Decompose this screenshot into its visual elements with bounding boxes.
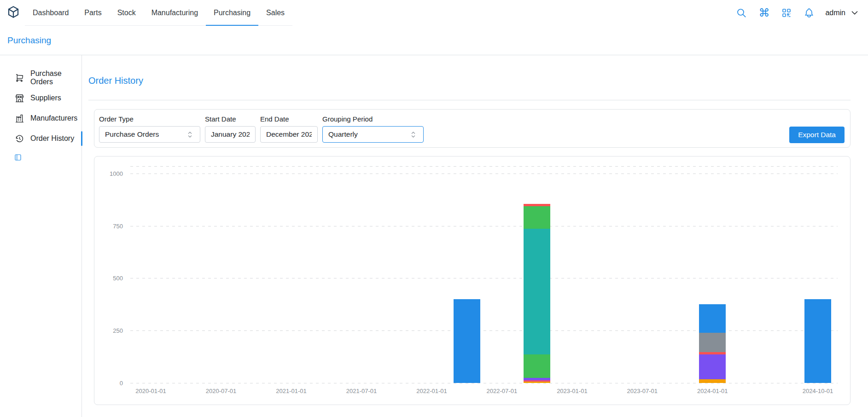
y-axis-label: 500 — [98, 275, 123, 282]
start-date-label: Start Date — [205, 115, 256, 123]
tab-purchasing[interactable]: Purchasing — [206, 0, 258, 25]
app-logo[interactable] — [6, 0, 20, 26]
command-palette-icon[interactable]: ⌘ — [757, 6, 770, 19]
bar-segment — [454, 299, 480, 383]
y-gridline-top — [130, 166, 838, 167]
collapse-sidebar-icon[interactable] — [14, 153, 23, 162]
x-axis-label: 2020-01-01 — [135, 388, 166, 394]
x-axis-label: 2023-07-01 — [627, 388, 658, 394]
chart-bar-2024-01-01 — [699, 304, 726, 383]
tab-sales[interactable]: Sales — [258, 0, 292, 25]
chart-bar-2022-10-01 — [524, 204, 550, 383]
search-icon[interactable] — [735, 6, 748, 19]
breadcrumb-purchasing[interactable]: Purchasing — [7, 35, 51, 46]
y-axis-label: 250 — [98, 327, 123, 334]
order-history-chart-card: 025050075010002020-01-012020-07-012021-0… — [94, 156, 851, 405]
y-axis-label: 1000 — [98, 170, 123, 177]
section-divider — [88, 100, 851, 100]
inventree-box-logo-icon — [6, 5, 20, 21]
y-axis-label: 0 — [98, 380, 123, 387]
building-store-icon — [15, 93, 24, 103]
sidebar-item-purchase-orders[interactable]: Purchase Orders — [0, 68, 82, 88]
top-navbar: Dashboard Parts Stock Manufacturing Purc… — [0, 0, 868, 26]
y-gridline — [130, 330, 838, 331]
bar-segment — [804, 299, 831, 383]
x-axis-label: 2021-07-01 — [346, 388, 377, 394]
y-gridline — [130, 174, 838, 174]
bar-segment — [524, 382, 550, 383]
page-header-bar: Purchasing — [0, 26, 868, 55]
x-axis-label: 2024-10-01 — [803, 388, 833, 394]
purchasing-sidebar: Purchase Orders Suppliers Manufacturer — [0, 55, 82, 417]
bar-segment — [524, 229, 550, 354]
sidebar-item-label: Manufacturers — [30, 114, 77, 122]
sidebar-item-manufacturers[interactable]: Manufacturers — [0, 108, 82, 128]
bar-segment — [699, 333, 726, 352]
start-date-field: Start Date — [205, 115, 256, 143]
x-axis-label: 2020-07-01 — [206, 388, 237, 394]
x-axis-label: 2021-01-01 — [276, 388, 307, 394]
x-axis-label: 2023-01-01 — [557, 388, 588, 394]
chart-bar-2022-04-01 — [454, 299, 480, 383]
filter-toolbar: Order Type Purchase Orders Start Date En… — [94, 109, 851, 148]
chevron-down-icon — [850, 8, 860, 18]
qr-code-scan-icon[interactable] — [780, 6, 793, 19]
sidebar-item-label: Order History — [30, 134, 74, 143]
y-axis-label: 750 — [98, 222, 123, 229]
chevron-selector-icon — [186, 130, 194, 139]
notifications-bell-icon[interactable] — [803, 6, 816, 19]
order-history-panel: Order History Order Type Purchase Orders… — [82, 55, 868, 417]
tab-dashboard[interactable]: Dashboard — [25, 0, 76, 25]
username: admin — [825, 9, 845, 17]
end-date-input[interactable] — [260, 126, 318, 143]
y-gridline — [130, 383, 838, 383]
bar-segment — [524, 354, 550, 378]
chart-plot: 025050075010002020-01-012020-07-012021-0… — [130, 166, 838, 383]
x-axis-label: 2024-01-01 — [697, 388, 728, 394]
tab-parts[interactable]: Parts — [76, 0, 109, 25]
sidebar-item-label: Purchase Orders — [30, 70, 82, 86]
start-date-input[interactable] — [205, 126, 256, 143]
x-axis-label: 2022-01-01 — [416, 388, 447, 394]
bar-segment — [524, 206, 550, 229]
grouping-period-field: Grouping Period Quarterly — [322, 115, 424, 143]
grouping-period-select[interactable]: Quarterly — [322, 126, 424, 143]
sidebar-item-label: Suppliers — [30, 94, 61, 102]
order-type-select[interactable]: Purchase Orders — [99, 126, 200, 143]
order-type-value: Purchase Orders — [105, 130, 159, 139]
sidebar-item-suppliers[interactable]: Suppliers — [0, 88, 82, 108]
content-area: Purchase Orders Suppliers Manufacturer — [0, 55, 868, 417]
x-axis-label: 2022-07-01 — [487, 388, 518, 394]
grouping-period-value: Quarterly — [328, 130, 358, 139]
tab-stock[interactable]: Stock — [110, 0, 144, 25]
end-date-field: End Date — [260, 115, 318, 143]
export-data-button[interactable]: Export Data — [789, 127, 845, 143]
tab-manufacturing[interactable]: Manufacturing — [144, 0, 206, 25]
page-title: Order History — [88, 75, 851, 86]
factory-icon — [15, 114, 24, 123]
y-gridline — [130, 278, 838, 278]
sidebar-item-order-history[interactable]: Order History — [0, 128, 82, 149]
end-date-label: End Date — [260, 115, 318, 123]
order-type-label: Order Type — [99, 115, 200, 123]
navbar-actions: ⌘ admin — [735, 0, 860, 26]
shopping-cart-icon — [15, 73, 24, 83]
order-type-field: Order Type Purchase Orders — [99, 115, 200, 143]
y-gridline — [130, 226, 838, 226]
main-nav-tabs: Dashboard Parts Stock Manufacturing Purc… — [25, 0, 292, 26]
chevron-selector-icon — [409, 130, 418, 139]
bar-segment — [699, 304, 726, 332]
bar-segment — [699, 354, 726, 379]
chart-bar-2024-10-01 — [804, 299, 831, 383]
history-clock-icon — [15, 134, 24, 144]
grouping-period-label: Grouping Period — [322, 115, 424, 123]
bar-segment — [699, 379, 726, 383]
user-menu[interactable]: admin — [825, 8, 860, 18]
